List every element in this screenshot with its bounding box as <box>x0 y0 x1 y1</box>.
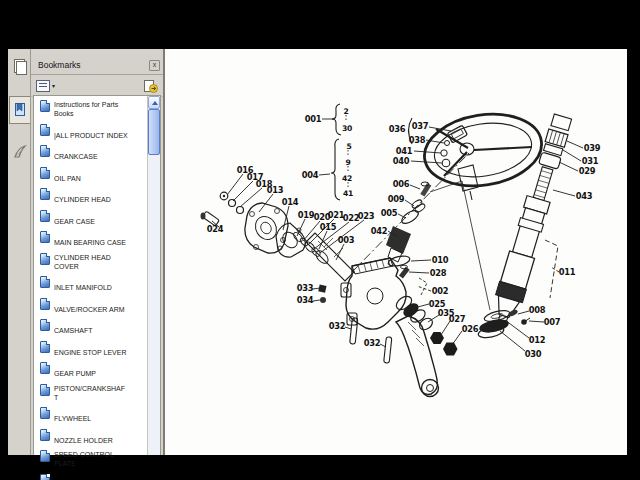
bookmark-item[interactable]: OIL PAN <box>40 167 146 185</box>
scroll-thumb[interactable] <box>148 109 160 155</box>
bookmark-label: CYLINDER HEAD COVER <box>54 253 128 271</box>
bookmark-item[interactable]: MAIN BEARING CASE <box>40 231 146 249</box>
bookmark-item[interactable]: Instructions for Parts Books <box>40 100 146 120</box>
bookmark-label: SPEED CONTROL PLATE <box>54 450 128 468</box>
tab-signatures[interactable] <box>9 138 30 166</box>
bookmark-label: CYLINDER HEAD <box>54 195 111 204</box>
bookmark-item[interactable]: GEAR PUMP <box>40 362 146 380</box>
screen: Bookmarks x ▾ Instructions for Parts Boo… <box>0 0 640 480</box>
bookmark-item[interactable]: CRANKCASE <box>40 145 146 163</box>
pages-icon <box>12 57 27 76</box>
panel-toolbar: ▾ <box>31 75 163 97</box>
panel-close-button[interactable]: x <box>149 60 160 71</box>
bookmark-item[interactable]: GEAR CASE <box>40 210 146 228</box>
bookmark-label: OIL PAN <box>54 174 81 183</box>
bookmark-item[interactable]: FLYWHEEL <box>40 407 146 425</box>
bookmark-label: CAMSHAFT <box>54 326 93 335</box>
bookmark-item[interactable]: NOZZLE HOLDER <box>40 429 146 447</box>
bookmark-page-icon <box>40 100 50 112</box>
navigation-tab-strip <box>8 49 31 455</box>
panel-header: Bookmarks x <box>31 54 163 75</box>
bookmark-label: ENGINE STOP LEVER <box>54 348 127 357</box>
scrollbar[interactable] <box>147 96 160 455</box>
bookmark-page-icon <box>40 341 50 353</box>
pdf-viewer-window: Bookmarks x ▾ Instructions for Parts Boo… <box>8 49 627 455</box>
bookmark-page-icon <box>40 231 50 243</box>
bookmark-label: GEAR PUMP <box>54 369 96 378</box>
bookmark-item[interactable]: VALVE/ROCKER ARM <box>40 298 146 316</box>
bookmark-item[interactable]: CYLINDER HEAD <box>40 188 146 206</box>
signature-quill-icon <box>12 144 28 160</box>
bookmark-label: CRANKCASE <box>54 152 98 161</box>
bookmark-item[interactable]: PISTON/CRANKSHAFT <box>40 384 146 404</box>
scroll-up-button[interactable] <box>148 96 160 109</box>
bookmark-item[interactable]: SPEED CONTROL PLATE <box>40 450 146 470</box>
bookmark-label: PISTON/CRANKSHAFT <box>54 384 128 402</box>
bookmark-page-icon <box>40 474 50 480</box>
bookmark-page-icon <box>40 210 50 222</box>
bookmark-label: VALVE/ROCKER ARM <box>54 305 125 314</box>
bookmark-page-icon <box>40 384 50 396</box>
bookmark-label: MAIN BEARING CASE <box>54 238 126 247</box>
bookmark-page-icon <box>40 362 50 374</box>
bookmark-page-icon <box>40 429 50 441</box>
bookmark-page-icon <box>40 253 50 265</box>
bookmark-page-icon <box>40 276 50 288</box>
bookmark-label: Instructions for Parts Books <box>54 100 128 118</box>
expand-current-bookmark-button[interactable] <box>143 79 158 93</box>
bookmark-item[interactable]: GOVERNOR <box>40 474 146 480</box>
bookmark-label: GEAR CASE <box>54 217 95 226</box>
bookmark-item[interactable]: CAMSHAFT <box>40 319 146 337</box>
bookmark-page-icon <box>40 450 50 462</box>
bookmark-label: NOZZLE HOLDER <box>54 436 113 445</box>
chevron-down-icon: ▾ <box>52 82 55 89</box>
bookmark-label: FLYWHEEL <box>54 414 91 423</box>
options-menu-button[interactable]: ▾ <box>36 80 55 92</box>
bookmark-page-icon <box>40 319 50 331</box>
bookmark-label: INLET MANIFOLD <box>54 283 112 292</box>
bookmark-page-icon <box>40 124 50 136</box>
tab-pages[interactable] <box>9 52 30 80</box>
options-list-icon <box>36 80 50 92</box>
bookmark-label: |ALL PRODUCT INDEX <box>54 131 128 140</box>
bookmark-page-icon <box>40 167 50 179</box>
bookmark-item[interactable]: ENGINE STOP LEVER <box>40 341 146 359</box>
bookmark-page-icon <box>40 145 50 157</box>
bookmarks-panel: Bookmarks x ▾ Instructions for Parts Boo… <box>31 49 163 455</box>
bookmark-item[interactable]: CYLINDER HEAD COVER <box>40 253 146 273</box>
bookmark-page-icon <box>40 188 50 200</box>
bookmarks-icon <box>13 102 27 118</box>
bookmark-item[interactable]: |ALL PRODUCT INDEX <box>40 124 146 142</box>
panel-title: Bookmarks <box>38 60 149 70</box>
bookmark-page-icon <box>40 298 50 310</box>
bookmark-list-container: Instructions for Parts Books |ALL PRODUC… <box>33 95 161 455</box>
bookmark-page-icon <box>40 407 50 419</box>
bookmark-item[interactable]: INLET MANIFOLD <box>40 276 146 294</box>
document-page <box>165 49 627 455</box>
bookmark-list: Instructions for Parts Books |ALL PRODUC… <box>34 96 160 480</box>
tab-bookmarks[interactable] <box>9 96 30 124</box>
